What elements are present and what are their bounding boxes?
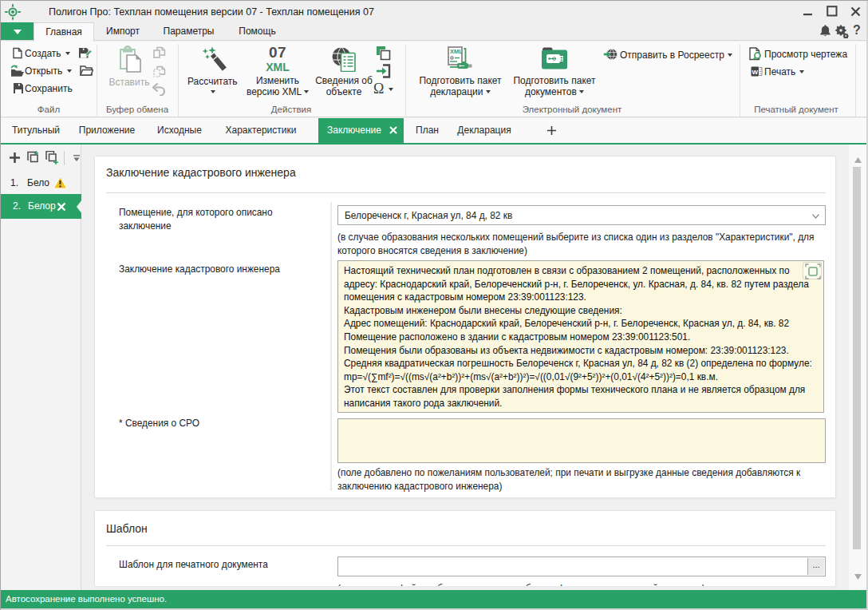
svg-text:W: W: [752, 69, 759, 76]
svg-text:XML: XML: [450, 48, 463, 55]
